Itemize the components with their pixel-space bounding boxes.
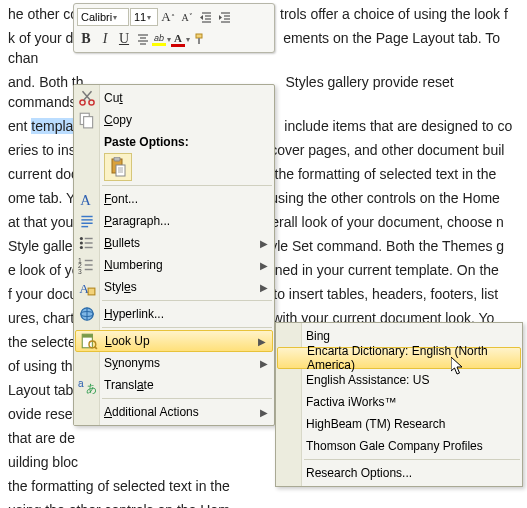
menu-label: Bullets	[104, 236, 140, 250]
copy-icon	[78, 111, 96, 129]
decrease-indent-button[interactable]	[197, 8, 215, 26]
svg-marker-9	[219, 15, 222, 20]
svg-text:a: a	[78, 378, 84, 389]
factiva-item[interactable]: Factiva iWorks™	[276, 391, 522, 413]
hyperlink-menu-item[interactable]: Hyperlink...	[74, 303, 274, 325]
cut-icon	[78, 89, 96, 107]
menu-label: Factiva iWorks™	[306, 395, 396, 409]
paragraph-menu-item[interactable]: Paragraph...	[74, 210, 274, 232]
underline-button[interactable]: U	[115, 30, 133, 48]
menu-label: Research Options...	[306, 466, 412, 480]
encarta-dictionary-item[interactable]: Encarta Dictionary: English (North Ameri…	[277, 347, 521, 369]
menu-label: Synonyms	[104, 356, 160, 370]
submenu-arrow-icon: ▶	[260, 238, 268, 249]
align-center-button[interactable]	[134, 30, 152, 48]
lookup-icon	[80, 332, 98, 350]
svg-line-53	[95, 347, 97, 349]
submenu-arrow-icon: ▶	[260, 407, 268, 418]
highlight-color-button[interactable]: ab▾	[153, 30, 171, 48]
highbeam-item[interactable]: HighBeam (TM) Research	[276, 413, 522, 435]
look-up-submenu: Bing Encarta Dictionary: English (North …	[275, 322, 523, 487]
menu-label: Styles	[104, 280, 137, 294]
format-painter-button[interactable]	[191, 30, 209, 48]
paste-keep-source-button[interactable]	[104, 153, 132, 181]
styles-menu-item[interactable]: A Styles ▶	[74, 276, 274, 298]
svg-rect-23	[114, 157, 120, 161]
menu-label: Look Up	[105, 334, 150, 348]
svg-text:あ: あ	[86, 382, 96, 394]
svg-point-34	[80, 241, 83, 244]
hyperlink-icon	[78, 305, 96, 323]
menu-label: Paragraph...	[104, 214, 170, 228]
submenu-arrow-icon: ▶	[260, 282, 268, 293]
mini-toolbar: Calibri▾ 11▾ A˄ A˅ B I U ab▾ A▾	[73, 3, 275, 53]
svg-marker-4	[200, 15, 203, 20]
menu-label: Numbering	[104, 258, 163, 272]
font-icon: A	[78, 190, 96, 208]
svg-rect-46	[88, 288, 95, 295]
italic-button[interactable]: I	[96, 30, 114, 48]
menu-label: HighBeam (TM) Research	[306, 417, 445, 431]
svg-point-16	[80, 100, 85, 105]
svg-line-18	[84, 91, 92, 100]
menu-label: Hyperlink...	[104, 307, 164, 321]
svg-point-35	[80, 246, 83, 249]
svg-rect-21	[84, 117, 93, 128]
cut-menu-item[interactable]: Cut	[74, 87, 274, 109]
svg-point-33	[80, 237, 83, 240]
context-menu: Cut Copy Paste Options: A Font... Paragr…	[73, 84, 275, 426]
menu-label: Encarta Dictionary: English (North Ameri…	[307, 344, 520, 372]
menu-label: Cut	[104, 91, 123, 105]
font-size-select[interactable]: 11▾	[130, 8, 158, 26]
paste-options-header: Paste Options:	[74, 131, 274, 151]
shrink-font-button[interactable]: A˅	[178, 8, 196, 26]
paragraph-icon	[78, 212, 96, 230]
increase-indent-button[interactable]	[216, 8, 234, 26]
svg-point-17	[89, 100, 94, 105]
menu-label: Copy	[104, 113, 132, 127]
research-options-item[interactable]: Research Options...	[276, 462, 522, 484]
menu-label: Additional Actions	[104, 405, 199, 419]
submenu-arrow-icon: ▶	[258, 336, 266, 347]
svg-rect-15	[198, 38, 200, 44]
menu-label: Font...	[104, 192, 138, 206]
english-assistance-item[interactable]: English Assistance: US	[276, 369, 522, 391]
menu-label: English Assistance: US	[306, 373, 429, 387]
bullets-icon	[78, 234, 96, 252]
bold-button[interactable]: B	[77, 30, 95, 48]
thomson-gale-item[interactable]: Thomson Gale Company Profiles	[276, 435, 522, 457]
svg-line-19	[83, 91, 91, 100]
submenu-arrow-icon: ▶	[260, 358, 268, 369]
look-up-menu-item[interactable]: Look Up ▶	[75, 330, 273, 352]
menu-label: Bing	[306, 329, 330, 343]
svg-rect-51	[82, 334, 92, 337]
svg-text:3: 3	[78, 268, 82, 274]
svg-rect-14	[196, 34, 202, 38]
translate-icon: aあ	[78, 376, 96, 394]
menu-label: Thomson Gale Company Profiles	[306, 439, 483, 453]
styles-icon: A	[78, 278, 96, 296]
font-color-button[interactable]: A▾	[172, 30, 190, 48]
numbering-icon: 123	[78, 256, 96, 274]
copy-menu-item[interactable]: Copy	[74, 109, 274, 131]
grow-font-button[interactable]: A˄	[159, 8, 177, 26]
numbering-menu-item[interactable]: 123 Numbering ▶	[74, 254, 274, 276]
font-name-select[interactable]: Calibri▾	[77, 8, 129, 26]
font-menu-item[interactable]: A Font...	[74, 188, 274, 210]
svg-text:A: A	[80, 192, 91, 208]
submenu-arrow-icon: ▶	[260, 260, 268, 271]
bullets-menu-item[interactable]: Bullets ▶	[74, 232, 274, 254]
synonyms-menu-item[interactable]: Synonyms ▶	[74, 352, 274, 374]
additional-actions-menu-item[interactable]: Additional Actions ▶	[74, 401, 274, 423]
translate-menu-item[interactable]: aあ Translate	[74, 374, 274, 396]
menu-label: Translate	[104, 378, 154, 392]
